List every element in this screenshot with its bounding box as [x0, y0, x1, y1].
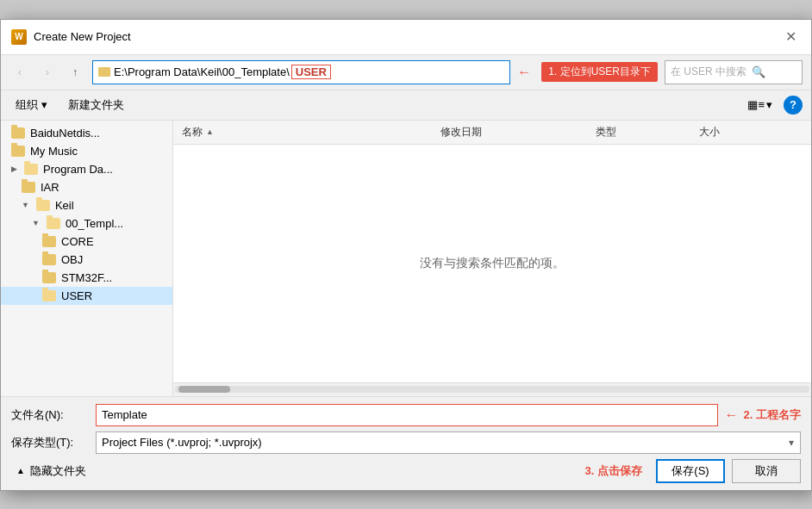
bottom-area: 文件名(N): ← 2. 工程名字 保存类型(T): Project Files… [1, 396, 811, 490]
content-area: BaiduNetdis... My Music ▶ Program Da... … [1, 121, 811, 396]
scrollbar-thumb [178, 386, 230, 393]
action-row: ▲ 隐藏文件夹 3. 点击保存 保存(S) 取消 [11, 459, 801, 483]
dialog-title: Create New Project [34, 30, 131, 43]
col-size-text: 大小 [699, 126, 720, 138]
empty-message: 没有与搜索条件匹配的项。 [173, 145, 811, 382]
annotation1-container: ← 1. 定位到USER目录下 [517, 62, 658, 82]
filename-input[interactable] [96, 404, 718, 426]
sidebar-item-label-9: USER [61, 289, 92, 302]
annotation2-label: 2. 工程名字 [744, 407, 801, 423]
path-user-segment[interactable]: USER [291, 65, 331, 79]
annotation2-container: ← 2. 工程名字 [725, 407, 801, 423]
new-folder-button[interactable]: 新建文件夹 [62, 94, 130, 116]
title-bar: W Create New Project ✕ [1, 20, 811, 55]
path-base[interactable]: E:\Program Data\Keil\00_Template\ [114, 65, 290, 78]
folder-icon-baidunetdisk [11, 127, 25, 139]
sidebar-item-label-6: CORE [61, 235, 94, 248]
folder-icon-iar [22, 182, 35, 193]
sidebar-item-programdata[interactable]: ▶ Program Da... [1, 160, 172, 178]
horizontal-scrollbar[interactable] [173, 382, 811, 396]
annotation1-label: 1. 定位到USER目录下 [541, 62, 658, 82]
folder-icon-00template [47, 218, 60, 229]
chevron-up-icon: ▲ [16, 466, 25, 475]
address-path: E:\Program Data\Keil\00_Template\ USER [114, 65, 504, 79]
back-button[interactable]: ‹ [9, 62, 30, 83]
view-icon: ▦≡ [747, 98, 765, 111]
folder-icon-obj [42, 254, 56, 265]
cancel-button[interactable]: 取消 [732, 459, 801, 483]
annotation1-arrow: ← [517, 65, 531, 80]
help-button[interactable]: ? [784, 96, 803, 115]
address-toolbar: ‹ › ↑ E:\Program Data\Keil\00_Template\ … [1, 55, 811, 90]
annotation2-arrow: ← [725, 407, 739, 423]
filename-label: 文件名(N): [11, 407, 89, 423]
chevron-00template: ▼ [32, 219, 40, 227]
organize-button[interactable]: 组织 ▾ [9, 94, 53, 116]
sidebar-item-user[interactable]: USER [1, 287, 172, 305]
col-date-header[interactable]: 修改日期 [432, 125, 587, 140]
sidebar-item-label-7: OBJ [61, 253, 83, 266]
sidebar-item-obj[interactable]: OBJ [1, 251, 172, 269]
sidebar-item-iar[interactable]: IAR [1, 178, 172, 196]
organize-chevron: ▾ [41, 98, 47, 111]
new-folder-label: 新建文件夹 [68, 97, 124, 113]
sort-arrow: ▲ [206, 127, 214, 136]
filename-row: 文件名(N): ← 2. 工程名字 [11, 404, 801, 426]
col-size-header[interactable]: 大小 [690, 125, 811, 140]
hide-folders-button[interactable]: ▲ 隐藏文件夹 [11, 460, 91, 482]
sidebar-item-label-3: IAR [41, 181, 59, 194]
sidebar-item-keil[interactable]: ▼ Keil [1, 196, 172, 214]
filetype-row: 保存类型(T): Project Files (*.uvproj; *.uvpr… [11, 431, 801, 454]
folder-icon-user [42, 290, 56, 301]
address-bar[interactable]: E:\Program Data\Keil\00_Template\ USER [92, 60, 510, 84]
hide-folders-label: 隐藏文件夹 [30, 463, 86, 479]
chevron-keil: ▼ [22, 201, 29, 209]
col-date-text: 修改日期 [440, 126, 482, 138]
save-button[interactable]: 保存(S) [656, 459, 725, 483]
filetype-select[interactable]: Project Files (*.uvproj; *.uvprojx) [96, 431, 801, 454]
sidebar[interactable]: BaiduNetdis... My Music ▶ Program Da... … [1, 121, 173, 396]
col-type-text: 类型 [596, 126, 616, 138]
filetype-label: 保存类型(T): [11, 435, 89, 450]
create-project-dialog: W Create New Project ✕ ‹ › ↑ E:\Program … [0, 19, 812, 491]
folder-icon-core [42, 236, 56, 247]
sidebar-item-label-2: Program Da... [43, 163, 113, 176]
view-button[interactable]: ▦≡ ▾ [741, 95, 778, 115]
folder-icon-keil [36, 200, 50, 211]
folder-icon-mymusic [11, 146, 25, 157]
forward-button[interactable]: › [37, 62, 58, 83]
sidebar-item-00template[interactable]: ▼ 00_Templ... [1, 214, 172, 233]
sidebar-item-label-0: BaiduNetdis... [30, 127, 100, 140]
search-bar[interactable]: 在 USER 中搜索 🔍 [665, 60, 803, 84]
scrollbar-track [175, 386, 809, 393]
title-bar-left: W Create New Project [11, 29, 131, 45]
sidebar-item-baidunetdisk[interactable]: BaiduNetdis... [1, 124, 172, 142]
sidebar-item-label-5: 00_Templ... [66, 217, 123, 230]
sidebar-item-mymusic[interactable]: My Music [1, 142, 172, 160]
view-chevron: ▾ [766, 98, 772, 111]
search-placeholder-text: 在 USER 中搜索 [671, 65, 746, 79]
close-button[interactable]: ✕ [780, 27, 801, 47]
action-buttons: 3. 点击保存 保存(S) 取消 [585, 459, 801, 483]
filetype-select-wrapper: Project Files (*.uvproj; *.uvprojx) [96, 431, 801, 454]
sidebar-item-label-4: Keil [55, 199, 74, 212]
main-panel: 名称 ▲ 修改日期 类型 大小 没有与搜索条件匹配的项。 [173, 121, 811, 396]
col-type-header[interactable]: 类型 [587, 125, 690, 140]
col-name-text: 名称 [182, 125, 203, 140]
sidebar-item-core[interactable]: CORE [1, 233, 172, 251]
sidebar-item-stm32f[interactable]: STM32F... [1, 269, 172, 287]
up-button[interactable]: ↑ [65, 62, 85, 83]
sidebar-item-label-8: STM32F... [61, 271, 112, 284]
empty-message-text: 没有与搜索条件匹配的项。 [420, 256, 565, 271]
search-icon[interactable]: 🔍 [750, 64, 767, 81]
folder-icon-programdata [24, 164, 38, 175]
col-name-header[interactable]: 名称 ▲ [173, 125, 432, 140]
address-folder-icon [98, 67, 110, 77]
chevron-programdata: ▶ [11, 164, 17, 173]
folder-icon-stm32f [42, 272, 56, 283]
toolbar2-right: ▦≡ ▾ ? [741, 95, 803, 115]
app-icon: W [11, 29, 27, 45]
toolbar2: 组织 ▾ 新建文件夹 ▦≡ ▾ ? [1, 90, 811, 121]
organize-label: 组织 [16, 97, 38, 113]
annotation3-label: 3. 点击保存 [585, 463, 642, 479]
